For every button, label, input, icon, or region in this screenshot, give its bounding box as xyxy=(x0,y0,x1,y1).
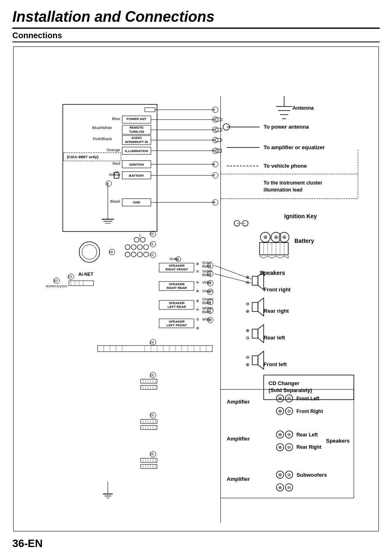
svg-marker-274 xyxy=(258,298,264,316)
svg-rect-268 xyxy=(252,276,258,285)
svg-text:⊖: ⊖ xyxy=(196,307,199,312)
svg-text:Subwoofers: Subwoofers xyxy=(296,472,327,478)
svg-text:⊕: ⊕ xyxy=(278,485,282,490)
svg-text:⊖: ⊖ xyxy=(196,269,199,273)
svg-point-86 xyxy=(131,252,136,257)
svg-text:Orange: Orange xyxy=(106,148,120,152)
svg-text:To vehicle phone: To vehicle phone xyxy=(264,163,307,169)
svg-text:AUDIO: AUDIO xyxy=(131,136,142,140)
svg-text:LEFT FRONT: LEFT FRONT xyxy=(166,323,187,327)
svg-text:6: 6 xyxy=(213,162,215,166)
svg-text:RIGHT FRONT: RIGHT FRONT xyxy=(166,268,188,271)
svg-text:⊖: ⊖ xyxy=(287,472,291,477)
svg-text:POWER ANT: POWER ANT xyxy=(127,117,147,121)
svg-text:Rear right: Rear right xyxy=(264,308,289,314)
svg-text:Front Left: Front Left xyxy=(296,396,319,402)
svg-text:Antenna: Antenna xyxy=(292,105,314,111)
svg-text:25: 25 xyxy=(150,373,154,377)
svg-text:⊖: ⊖ xyxy=(246,280,249,285)
svg-point-79 xyxy=(125,245,130,249)
svg-text:Ai-NET: Ai-NET xyxy=(78,272,94,277)
svg-text:5: 5 xyxy=(213,149,215,153)
svg-text:10: 10 xyxy=(53,279,58,283)
svg-text:25: 25 xyxy=(150,452,154,456)
svg-text:⊖: ⊖ xyxy=(287,432,291,437)
svg-point-80 xyxy=(131,245,136,249)
svg-text:⊖: ⊖ xyxy=(246,335,249,340)
svg-text:23: 23 xyxy=(68,275,72,279)
svg-point-74 xyxy=(134,237,139,242)
svg-rect-278 xyxy=(252,329,258,338)
svg-text:25: 25 xyxy=(150,413,154,417)
svg-text:TURN-ON: TURN-ON xyxy=(129,130,144,134)
svg-point-75 xyxy=(140,237,145,242)
svg-text:9: 9 xyxy=(106,182,108,186)
svg-text:4: 4 xyxy=(213,138,215,142)
svg-text:⊕: ⊕ xyxy=(246,362,249,367)
svg-text:⊖: ⊖ xyxy=(287,396,291,401)
svg-text:1: 1 xyxy=(213,108,215,112)
svg-text:⊕: ⊕ xyxy=(246,328,249,333)
svg-text:SPEAKER: SPEAKER xyxy=(169,301,185,305)
svg-text:20: 20 xyxy=(150,232,154,236)
svg-text:⊖: ⊖ xyxy=(287,485,291,490)
svg-marker-279 xyxy=(258,325,264,343)
svg-text:⊕: ⊕ xyxy=(196,262,199,266)
svg-text:NORM EQ/DIV: NORM EQ/DIV xyxy=(46,284,68,288)
svg-text:11: 11 xyxy=(175,257,179,261)
svg-point-88 xyxy=(143,252,148,257)
page-title: Installation and Connections xyxy=(12,8,380,29)
svg-text:⊕: ⊕ xyxy=(246,275,249,279)
svg-text:⊕: ⊕ xyxy=(278,409,282,413)
svg-text:⊕: ⊕ xyxy=(282,234,286,240)
svg-point-85 xyxy=(125,252,130,257)
svg-text:Rear left: Rear left xyxy=(264,335,286,341)
svg-text:Pink/Black: Pink/Black xyxy=(93,136,112,141)
svg-text:To the instrument cluster: To the instrument cluster xyxy=(264,180,323,186)
svg-text:14: 14 xyxy=(207,282,211,285)
svg-text:⊖: ⊖ xyxy=(246,355,249,360)
svg-rect-255 xyxy=(260,242,288,255)
svg-text:Amplifier: Amplifier xyxy=(227,436,250,442)
svg-text:19: 19 xyxy=(108,250,113,254)
svg-text:Rear Left: Rear Left xyxy=(296,432,318,438)
svg-text:16: 16 xyxy=(207,300,211,304)
svg-text:21: 21 xyxy=(150,242,154,246)
svg-text:RIGHT REAR: RIGHT REAR xyxy=(166,286,187,290)
svg-rect-283 xyxy=(252,356,258,365)
svg-text:⊕: ⊕ xyxy=(278,396,282,401)
svg-text:2: 2 xyxy=(213,118,215,122)
svg-text:Speakers: Speakers xyxy=(326,438,350,444)
svg-text:17: 17 xyxy=(207,309,211,313)
svg-point-82 xyxy=(143,245,148,249)
svg-text:24: 24 xyxy=(150,340,154,344)
svg-rect-273 xyxy=(252,302,258,312)
svg-text:⊕: ⊕ xyxy=(278,432,282,437)
svg-text:Amplifier: Amplifier xyxy=(227,476,250,482)
svg-point-81 xyxy=(137,245,142,249)
svg-text:⊕: ⊕ xyxy=(196,299,199,303)
svg-text:(CDA-9807 only): (CDA-9807 only) xyxy=(67,155,99,159)
svg-text:Ignition Key: Ignition Key xyxy=(284,213,317,219)
svg-text:⊕: ⊕ xyxy=(278,445,282,450)
svg-text:CD Changer: CD Changer xyxy=(269,380,300,386)
svg-text:Rear Right: Rear Right xyxy=(296,444,321,450)
svg-text:Front left: Front left xyxy=(264,361,287,367)
svg-text:⊕: ⊕ xyxy=(246,309,249,314)
svg-text:⊕: ⊕ xyxy=(263,234,267,240)
svg-text:SPEAKER: SPEAKER xyxy=(169,320,185,323)
svg-text:SPEAKER: SPEAKER xyxy=(169,264,185,268)
svg-text:Battery: Battery xyxy=(294,238,314,244)
svg-text:7: 7 xyxy=(213,173,215,178)
svg-text:8: 8 xyxy=(213,200,215,204)
svg-marker-284 xyxy=(258,351,264,369)
page-number: 36-EN xyxy=(12,537,43,550)
svg-text:22: 22 xyxy=(150,253,154,257)
svg-text:SPEAKER: SPEAKER xyxy=(169,282,185,286)
page: Installation and Connections Connections… xyxy=(0,0,392,554)
svg-text:⊖: ⊖ xyxy=(287,409,291,413)
svg-text:Blue/White: Blue/White xyxy=(92,125,112,130)
svg-text:ILLUMINATION: ILLUMINATION xyxy=(125,149,148,153)
svg-text:INTERRUPT IN: INTERRUPT IN xyxy=(125,140,148,144)
svg-text:3: 3 xyxy=(213,128,215,132)
